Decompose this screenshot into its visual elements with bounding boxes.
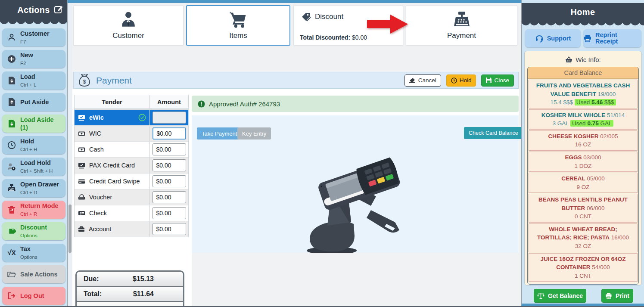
key-entry-button[interactable]: Key Entry bbox=[237, 127, 271, 140]
tender-row-account[interactable]: Account $0.00 bbox=[75, 221, 188, 237]
tender-label: Credit Card Swipe bbox=[89, 178, 140, 185]
sidebar-item-label: Load Hold bbox=[20, 159, 51, 166]
sidebar-item-open-drawer[interactable]: Open DrawerCtrl + D bbox=[2, 179, 65, 197]
amount-input[interactable]: $0.00 bbox=[152, 143, 186, 155]
tender-row-pax-credit-card[interactable]: PAX Credit Card $0.00 bbox=[75, 157, 188, 173]
tender-label: PAX Credit Card bbox=[89, 162, 135, 169]
tender-row-cash[interactable]: Cash $0.00 bbox=[75, 141, 188, 157]
tab-discount-label: Discount bbox=[315, 12, 343, 21]
sidebar-item-log-out[interactable]: Log Out bbox=[2, 287, 65, 305]
hold-button[interactable]: Hold bbox=[446, 74, 476, 87]
take-payment-button[interactable]: Take Payment bbox=[197, 127, 242, 140]
support-button[interactable]: Support bbox=[525, 29, 581, 47]
check-card-balance-button[interactable]: Check Card Balance bbox=[464, 127, 523, 139]
amount-input[interactable]: $0.00 bbox=[152, 175, 186, 187]
cancel-button[interactable]: Cancel bbox=[404, 74, 441, 87]
tab-payment[interactable]: Payment bbox=[406, 5, 517, 46]
person-icon bbox=[6, 33, 17, 42]
home-title: Home bbox=[571, 7, 595, 17]
close-button[interactable]: Close bbox=[481, 74, 514, 87]
due-row: Due: $15.13 bbox=[77, 272, 183, 287]
cash-register-icon bbox=[452, 11, 471, 29]
actions-header-scallop bbox=[0, 20, 67, 24]
tender-row-ewic[interactable]: eWic bbox=[75, 109, 188, 125]
sidebar-item-shortcut: Ctrl + H bbox=[20, 147, 37, 152]
folder-open-icon bbox=[6, 271, 17, 278]
sidebar-item-label: Load Aside (1) bbox=[20, 116, 54, 131]
briefcase-icon bbox=[78, 226, 85, 232]
tender-row-check[interactable]: $ Check $0.00 bbox=[75, 205, 188, 221]
card-terminal-icon bbox=[78, 115, 85, 121]
sidebar-item-put-aside[interactable]: Put Aside bbox=[2, 93, 65, 111]
sidebar-item-label: Hold bbox=[20, 138, 34, 145]
sidebar-item-hold[interactable]: HoldCtrl + H bbox=[2, 136, 65, 154]
wic-benefit-item: EGGS 03/000 1 DOZ bbox=[529, 152, 638, 172]
file-upload-icon bbox=[6, 98, 17, 106]
amount-input[interactable]: $0.00 bbox=[152, 159, 186, 171]
print-button[interactable]: Print bbox=[601, 289, 633, 303]
red-arrow-annotation bbox=[367, 13, 409, 35]
sidebar-item-return-mode[interactable]: Return ModeCtrl + R bbox=[2, 201, 65, 219]
banknote-icon bbox=[78, 147, 85, 152]
tender-label: WIC bbox=[89, 130, 101, 137]
tab-payment-label: Payment bbox=[447, 31, 476, 40]
printer-icon bbox=[583, 34, 592, 43]
approved-alert: Approved! Auth# 264793 bbox=[192, 96, 519, 112]
sidebar-item-customer[interactable]: CustomerF7 bbox=[2, 28, 65, 47]
tender-table-header: Tender Amount bbox=[75, 95, 188, 109]
sidebar-item-shortcut: Options bbox=[20, 233, 37, 238]
tender-row-wic[interactable]: WIC $0.00 bbox=[75, 125, 188, 141]
tab-items[interactable]: Items bbox=[186, 5, 290, 46]
amount-input[interactable]: $0.00 bbox=[152, 223, 186, 235]
bottom-gray-area bbox=[192, 253, 519, 307]
approved-alert-text: Approved! Auth# 264793 bbox=[209, 100, 280, 108]
sidebar-item-shortcut: F2 bbox=[20, 61, 26, 66]
sidebar-item-label: Tax bbox=[20, 245, 31, 252]
amount-input[interactable]: $0.00 bbox=[152, 127, 186, 140]
tender-row-credit-card-swipe[interactable]: Credit Card Swipe $0.00 bbox=[75, 173, 188, 189]
sidebar-item-load[interactable]: LoadCtrl + L bbox=[2, 71, 65, 90]
pos-application-window: Actions CustomerF7 NewF2 LoadCtrl + L Pu… bbox=[0, 0, 644, 307]
scrollbar-thumb[interactable] bbox=[68, 205, 72, 253]
sidebar-item-label: Log Out bbox=[20, 292, 44, 299]
amount-input[interactable]: $0.00 bbox=[152, 191, 186, 203]
printer-icon bbox=[605, 293, 612, 299]
close-button-label: Close bbox=[494, 77, 509, 84]
tender-label: eWic bbox=[89, 114, 104, 121]
tag-icon bbox=[301, 12, 311, 22]
tab-items-label: Items bbox=[229, 31, 247, 40]
logout-icon bbox=[6, 292, 17, 300]
wic-benefit-item: FRUITS AND VEGETABLES CASH VALUE BENEFIT… bbox=[529, 80, 638, 109]
main-vertical-scrollbar[interactable] bbox=[68, 3, 72, 307]
sidebar-item-label: Return Mode bbox=[20, 202, 59, 209]
trash-return-icon bbox=[6, 205, 17, 214]
edit-icon[interactable] bbox=[54, 5, 63, 14]
discount-total-value: $0.00 bbox=[352, 34, 367, 41]
wic-benefit-item: CEREAL 05/000 9 OZ bbox=[529, 173, 638, 193]
sidebar-item-label: New bbox=[20, 52, 33, 59]
credit-card-icon bbox=[78, 179, 85, 184]
sidebar-item-load-hold[interactable]: Load HoldCtrl + Shift + H bbox=[2, 158, 65, 176]
sidebar-item-sale-actions[interactable]: Sale Actions bbox=[2, 265, 65, 283]
svg-text:$: $ bbox=[83, 78, 86, 84]
sidebar-item-discount[interactable]: DiscountOptions bbox=[2, 222, 65, 240]
get-balance-button[interactable]: Get Balance bbox=[534, 289, 586, 303]
file-download-icon bbox=[6, 119, 17, 128]
bottom-window-strip bbox=[522, 304, 644, 307]
sidebar-item-load-aside[interactable]: Load Aside (1) bbox=[2, 115, 65, 133]
tender-row-voucher[interactable]: Voucher $0.00 bbox=[75, 189, 188, 205]
tab-customer[interactable]: Customer bbox=[73, 5, 184, 46]
save-icon bbox=[486, 78, 492, 83]
basket-icon bbox=[565, 56, 572, 63]
exclamation-circle-icon bbox=[198, 100, 205, 108]
voucher-icon bbox=[78, 194, 85, 200]
sidebar-item-tax[interactable]: √x̅ TaxOptions bbox=[2, 244, 65, 262]
amount-input[interactable]: $0.00 bbox=[152, 207, 186, 219]
reprint-receipt-button[interactable]: Reprint Receipt bbox=[583, 29, 641, 47]
cash-register-icon bbox=[6, 184, 17, 192]
total-row: Total: $11.64 bbox=[77, 287, 183, 302]
sidebar-item-new[interactable]: NewF2 bbox=[2, 50, 65, 68]
banknote-icon bbox=[78, 131, 85, 136]
hold-button-label: Hold bbox=[460, 77, 472, 84]
support-button-label: Support bbox=[547, 35, 571, 42]
